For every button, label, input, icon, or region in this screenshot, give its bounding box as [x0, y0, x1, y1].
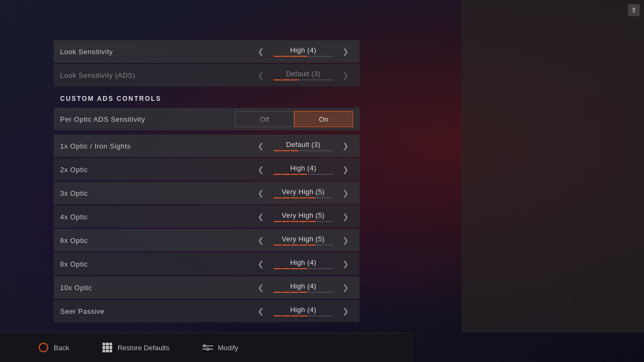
- optic-3-seg-2: [291, 221, 298, 222]
- optic-bar-6: [274, 292, 333, 293]
- optic-label-6: 10x Optic: [60, 284, 92, 292]
- optic-row-2: 3x Optic ❮ Very High (5) ❯: [54, 182, 360, 204]
- optic-7-seg-4: [308, 315, 316, 316]
- svg-point-0: [203, 345, 206, 347]
- optic-bar-3: [274, 221, 333, 222]
- modify-label: Modify: [218, 344, 238, 352]
- optic-bar-7: [274, 315, 333, 316]
- optic-5-seg-6: [325, 268, 333, 269]
- right-panel: [462, 0, 644, 333]
- modify-svg: [202, 344, 213, 351]
- per-optic-label: Per Optic ADS Sensitivity: [60, 115, 145, 123]
- modify-action[interactable]: Modify: [202, 342, 238, 353]
- optic-3-seg-4: [308, 221, 316, 222]
- optic-left-4[interactable]: ❮: [253, 231, 268, 250]
- optic-1-seg-0: [274, 174, 281, 175]
- optic-4-seg-6: [325, 245, 333, 246]
- optic-2-seg-3: [299, 197, 307, 198]
- bottom-bar: Back Restore Defaults Modify: [0, 333, 413, 362]
- back-action[interactable]: Back: [38, 342, 69, 353]
- optic-4-seg-5: [317, 245, 324, 246]
- per-optic-on-btn[interactable]: On: [294, 111, 353, 127]
- optic-left-0[interactable]: ❮: [253, 136, 268, 156]
- optic-label-3: 4x Optic: [60, 213, 88, 221]
- modify-icon: [202, 342, 214, 353]
- optic-right-5[interactable]: ❯: [338, 254, 353, 274]
- per-optic-row: Per Optic ADS Sensitivity Off On: [54, 108, 360, 130]
- optic-2-seg-0: [274, 197, 281, 198]
- optic-0-seg-4: [308, 150, 316, 151]
- optic-control-3: ❮ Very High (5) ❯: [253, 207, 353, 226]
- optic-right-0[interactable]: ❯: [338, 136, 353, 156]
- look-sensitivity-label: Look Sensitivity: [60, 48, 113, 56]
- optic-control-2: ❮ Very High (5) ❯: [253, 183, 353, 203]
- restore-label: Restore Defaults: [118, 344, 170, 352]
- optic-4-seg-0: [274, 245, 281, 246]
- per-optic-off-btn[interactable]: Off: [235, 111, 294, 127]
- optic-5-seg-1: [282, 268, 290, 269]
- look-sensitivity-right-arrow[interactable]: ❯: [338, 42, 353, 61]
- optic-5-seg-4: [308, 268, 316, 269]
- optic-6-seg-5: [317, 292, 324, 293]
- optic-value-display-3: Very High (5): [268, 211, 338, 222]
- optic-left-3[interactable]: ❮: [253, 207, 268, 226]
- optic-5-seg-0: [274, 268, 281, 269]
- optic-label-1: 2x Optic: [60, 166, 88, 174]
- optic-bar-1: [274, 174, 333, 175]
- optic-right-4[interactable]: ❯: [338, 231, 353, 250]
- scroll-top-btn[interactable]: ⇧: [628, 4, 640, 16]
- optic-4-seg-4: [308, 245, 316, 246]
- optic-value-display-7: High (4): [268, 306, 338, 316]
- optic-value-2: Very High (5): [282, 188, 325, 196]
- ads-right-arrow[interactable]: ❯: [338, 65, 353, 85]
- optic-5-seg-3: [299, 268, 307, 269]
- ads-value-display: Default (3): [268, 70, 338, 80]
- optic-right-3[interactable]: ❯: [338, 207, 353, 226]
- optic-value-5: High (4): [290, 258, 317, 267]
- optic-label-4: 6x Optic: [60, 237, 88, 245]
- optic-control-0: ❮ Default (3) ❯: [253, 136, 353, 156]
- optic-row-6: 10x Optic ❮ High (4) ❯: [54, 276, 360, 299]
- optic-2-seg-4: [308, 197, 316, 198]
- optic-7-seg-3: [299, 315, 307, 316]
- ads-left-arrow[interactable]: ❮: [253, 65, 268, 85]
- optic-3-seg-1: [282, 221, 290, 222]
- optic-3-seg-3: [299, 221, 307, 222]
- optic-control-7: ❮ High (4) ❯: [253, 301, 353, 321]
- optic-right-2[interactable]: ❯: [338, 183, 353, 203]
- optic-label-5: 8x Optic: [60, 260, 88, 268]
- optic-2-seg-5: [317, 197, 324, 198]
- optic-6-seg-3: [299, 292, 307, 293]
- ads-seg-5: [308, 79, 316, 80]
- optic-control-5: ❮ High (4) ❯: [253, 254, 353, 274]
- optic-left-7[interactable]: ❮: [253, 301, 268, 321]
- optic-bar-0: [274, 150, 333, 151]
- optic-value-display-4: Very High (5): [268, 235, 338, 246]
- optic-right-7[interactable]: ❯: [338, 301, 353, 321]
- optic-4-seg-3: [299, 245, 307, 246]
- ads-seg-2: [282, 79, 290, 80]
- bar-seg-3: [291, 56, 298, 57]
- optic-left-5[interactable]: ❮: [253, 254, 268, 274]
- optic-6-seg-4: [308, 292, 316, 293]
- optic-left-6[interactable]: ❮: [253, 278, 268, 297]
- optic-value-1: High (4): [290, 164, 317, 172]
- optic-3-seg-6: [325, 221, 333, 222]
- optic-3-seg-0: [274, 221, 281, 222]
- look-sensitivity-ads-label: Look Sensitivity (ADS): [60, 71, 135, 79]
- optic-left-1[interactable]: ❮: [253, 160, 268, 179]
- restore-action[interactable]: Restore Defaults: [101, 342, 170, 353]
- look-sensitivity-row: Look Sensitivity ❮ High (4) ❯: [54, 40, 360, 63]
- optic-bar-2: [274, 197, 333, 198]
- optic-row-0: 1x Optic / Iron Sights ❮ Default (3) ❯: [54, 135, 360, 157]
- look-sensitivity-left-arrow[interactable]: ❮: [253, 42, 268, 61]
- optic-left-2[interactable]: ❮: [253, 183, 268, 203]
- bar-seg-5: [308, 56, 316, 57]
- optic-row-7: Seer Passive ❮ High (4) ❯: [54, 300, 360, 322]
- optic-label-0: 1x Optic / Iron Sights: [60, 142, 131, 150]
- back-icon: [38, 342, 49, 353]
- optic-right-6[interactable]: ❯: [338, 278, 353, 297]
- optic-right-1[interactable]: ❯: [338, 160, 353, 179]
- optic-6-seg-6: [325, 292, 333, 293]
- optic-2-seg-2: [291, 197, 298, 198]
